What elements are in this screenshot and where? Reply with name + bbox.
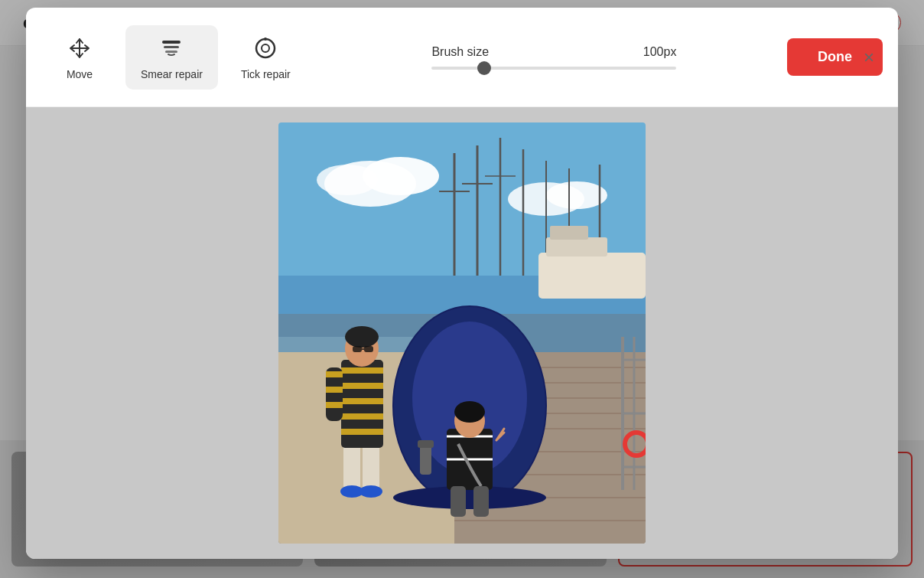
modal-dialog: Move Smear repair: [26, 8, 898, 559]
harbor-scene-svg: [278, 122, 646, 544]
smear-repair-tool-label: Smear repair: [141, 68, 203, 80]
svg-rect-36: [546, 237, 607, 256]
svg-rect-61: [364, 346, 373, 352]
tick-repair-tool-label: Tick repair: [241, 68, 291, 80]
svg-rect-56: [341, 413, 383, 420]
svg-point-9: [317, 165, 378, 195]
svg-rect-48: [343, 444, 360, 490]
svg-rect-2: [165, 51, 177, 53]
brush-value: 100px: [643, 45, 677, 59]
svg-point-45: [454, 401, 485, 423]
svg-rect-37: [550, 226, 588, 240]
svg-rect-55: [341, 398, 383, 404]
move-tool-button[interactable]: Move: [41, 25, 118, 90]
smear-repair-tool-button[interactable]: Smear repair: [125, 25, 218, 90]
modal-toolbar: Move Smear repair: [26, 8, 898, 107]
tick-repair-tool-button[interactable]: Tick repair: [226, 25, 306, 90]
svg-rect-65: [326, 387, 343, 393]
svg-rect-66: [326, 402, 343, 408]
svg-point-11: [546, 181, 607, 209]
svg-point-51: [360, 485, 382, 498]
svg-rect-35: [538, 253, 646, 299]
svg-rect-1: [164, 46, 179, 48]
svg-point-59: [345, 326, 379, 348]
smear-repair-icon: [158, 34, 185, 62]
brush-label: Brush size: [431, 45, 489, 59]
svg-rect-73: [418, 440, 434, 448]
tick-repair-icon: [252, 34, 279, 62]
close-button[interactable]: ×: [855, 44, 883, 71]
modal-image-area: [26, 107, 898, 559]
svg-rect-53: [341, 367, 383, 374]
svg-rect-47: [473, 486, 489, 517]
svg-point-3: [256, 39, 275, 57]
brush-size-section: Brush size 100px: [344, 45, 764, 70]
svg-rect-49: [363, 444, 379, 490]
svg-rect-0: [162, 41, 181, 44]
brush-size-slider[interactable]: [431, 67, 676, 70]
svg-rect-64: [326, 371, 343, 377]
move-tool-label: Move: [67, 68, 93, 80]
svg-point-4: [262, 44, 269, 52]
modal-overlay: Move Smear repair: [0, 0, 924, 578]
svg-rect-54: [341, 383, 383, 389]
main-image: [278, 122, 646, 544]
svg-point-5: [264, 38, 267, 41]
move-icon: [66, 34, 93, 62]
svg-rect-60: [353, 346, 362, 352]
brush-header: Brush size 100px: [431, 45, 676, 59]
svg-rect-46: [451, 486, 466, 517]
svg-rect-57: [341, 429, 383, 435]
svg-rect-72: [420, 444, 431, 475]
